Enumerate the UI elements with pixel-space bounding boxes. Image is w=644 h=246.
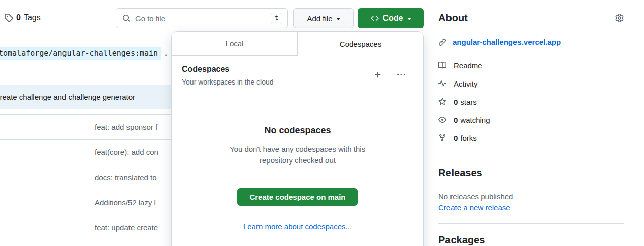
learn-more-link[interactable]: Learn more about codespaces... bbox=[172, 222, 423, 231]
chevron-down-icon bbox=[407, 18, 411, 20]
code-dropdown-tabs: Local Codespaces bbox=[172, 32, 423, 56]
codespaces-title: Codespaces bbox=[182, 65, 274, 74]
tags-label: Tags bbox=[24, 13, 41, 22]
create-release-link[interactable]: Create a new release bbox=[438, 203, 510, 212]
goto-file-input[interactable]: Go to file t bbox=[116, 8, 288, 28]
releases-title: Releases bbox=[438, 167, 482, 179]
about-items: Readme Activity 0 stars 0 watch bbox=[438, 60, 490, 150]
add-file-label: Add file bbox=[307, 14, 332, 23]
stars-count: 0 bbox=[454, 98, 458, 106]
forks-label: forks bbox=[460, 134, 477, 142]
activity-label: Activity bbox=[454, 79, 478, 88]
link-icon bbox=[438, 38, 446, 46]
repo-forked-icon bbox=[438, 134, 446, 142]
commit-message[interactable]: Additions/52 lazy l bbox=[95, 198, 156, 207]
tags-link[interactable]: 0 Tags bbox=[4, 13, 41, 22]
keyboard-shortcut-badge: t bbox=[271, 13, 282, 24]
commit-message[interactable]: feat: update create bbox=[95, 223, 158, 232]
commit-message[interactable]: docs: translated to bbox=[95, 173, 157, 182]
chevron-down-icon bbox=[336, 18, 340, 20]
about-sidebar: About angular-challenges.vercel.app Read… bbox=[438, 0, 624, 246]
empty-state-title: No codespaces bbox=[172, 125, 423, 136]
stars-label: stars bbox=[460, 98, 477, 106]
code-icon bbox=[371, 14, 379, 22]
add-file-button[interactable]: Add file bbox=[293, 8, 354, 28]
codespaces-subtitle: Your workspaces in the cloud bbox=[182, 78, 274, 86]
tab-codespaces[interactable]: Codespaces bbox=[297, 32, 423, 56]
code-button[interactable]: Code bbox=[358, 8, 424, 28]
tag-icon bbox=[4, 13, 13, 22]
latest-commit-message[interactable]: create challenge and challenge generator bbox=[0, 93, 135, 101]
eye-icon bbox=[438, 116, 446, 124]
tags-count: 0 bbox=[16, 13, 21, 22]
repo-ref: tomalaforge/angular-challenges:main bbox=[0, 47, 161, 60]
codespaces-options-button[interactable] bbox=[397, 71, 405, 79]
code-dropdown: Local Codespaces Codespaces Your workspa… bbox=[171, 31, 424, 246]
codespaces-empty-state: No codespaces You don't have any codespa… bbox=[172, 125, 423, 231]
divider bbox=[438, 223, 624, 224]
commit-message[interactable]: feat: add sponsor f bbox=[95, 123, 157, 131]
star-icon bbox=[438, 98, 446, 106]
divider bbox=[438, 156, 624, 156]
code-button-label: Code bbox=[383, 14, 403, 23]
stars-link[interactable]: 0 stars bbox=[438, 96, 490, 107]
readme-label: Readme bbox=[454, 61, 482, 70]
forks-link[interactable]: 0 forks bbox=[438, 132, 490, 143]
search-icon bbox=[122, 14, 131, 22]
kebab-horizontal-icon bbox=[397, 71, 405, 79]
goto-file-placeholder: Go to file bbox=[135, 14, 165, 23]
repo-ref-line: tomalaforge/angular-challenges:main. bbox=[0, 47, 168, 60]
repo-page: tomalaforge/angular-challenges:main. cre… bbox=[0, 0, 644, 246]
pulse-icon bbox=[438, 79, 446, 88]
tab-local[interactable]: Local bbox=[172, 32, 297, 56]
create-codespace-button[interactable]: Create codespace on main bbox=[237, 188, 357, 206]
forks-count: 0 bbox=[454, 134, 458, 142]
commit-message[interactable]: feat(core): add con bbox=[95, 148, 158, 156]
watching-link[interactable]: 0 watching bbox=[438, 114, 490, 125]
website-row: angular-challenges.vercel.app bbox=[438, 38, 561, 46]
new-codespace-button[interactable] bbox=[374, 71, 382, 79]
gear-icon bbox=[615, 14, 624, 22]
readme-link[interactable]: Readme bbox=[438, 60, 490, 71]
empty-state-description: You don't have any codespaces with this … bbox=[220, 144, 376, 166]
packages-title: Packages bbox=[438, 234, 485, 246]
website-link[interactable]: angular-challenges.vercel.app bbox=[453, 38, 561, 46]
repo-settings-button[interactable] bbox=[615, 14, 624, 22]
plus-icon bbox=[374, 71, 382, 79]
book-icon bbox=[438, 61, 446, 69]
activity-link[interactable]: Activity bbox=[438, 78, 490, 89]
codespaces-header: Codespaces Your workspaces in the cloud bbox=[172, 56, 423, 101]
repo-ref-suffix: . bbox=[164, 49, 168, 58]
watching-label: watching bbox=[460, 116, 490, 124]
releases-empty-text: No releases published bbox=[438, 192, 513, 201]
watching-count: 0 bbox=[454, 116, 458, 124]
about-title: About bbox=[438, 12, 468, 24]
